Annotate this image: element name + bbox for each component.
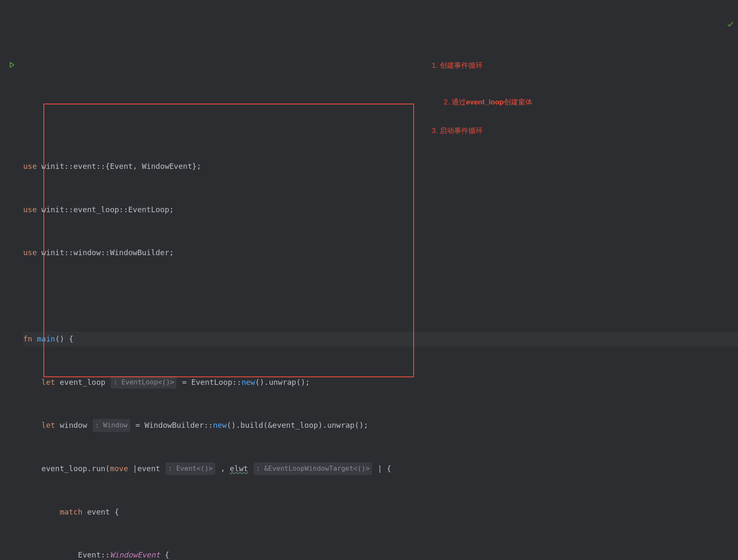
type-hint: : &EventLoopWindowTarget<()> [254,462,372,475]
code-line [23,289,738,303]
play-icon [8,59,15,73]
type-hint: : EventLoop<()> [111,376,177,389]
code-line-current: fn main() { [23,332,738,346]
code-line: let event_loop : EventLoop<()> = EventLo… [23,375,738,389]
analysis-ok-icon[interactable] [700,3,734,47]
type-hint: : Event<()> [166,462,215,475]
code-area[interactable]: 1. 创建事件循环 2. 通过event_loop创建窗体 3. 启动事件循环 … [23,0,738,560]
code-line: match event { [23,505,738,519]
code-editor[interactable]: 1. 创建事件循环 2. 通过event_loop创建窗体 3. 启动事件循环 … [0,0,738,560]
type-hint: : Window [93,419,130,432]
code-line: let window : Window = WindowBuilder::new… [23,418,738,432]
code-line: event_loop.run(move |event : Event<()> ,… [23,461,738,476]
run-gutter-icon[interactable] [0,59,23,73]
annotation-3: 3. 启动事件循环 [432,124,483,138]
editor-gutter [0,0,23,560]
annotation-1: 1. 创建事件循环 [432,59,483,72]
annotation-2: 2. 通过event_loop创建窗体 [432,82,532,123]
code-line: use winit::event::{Event, WindowEvent}; [23,159,738,173]
code-line: Event::WindowEvent { [23,548,738,560]
code-line: use winit::window::WindowBuilder; [23,245,738,260]
code-line: use winit::event_loop::EventLoop; [23,203,738,217]
